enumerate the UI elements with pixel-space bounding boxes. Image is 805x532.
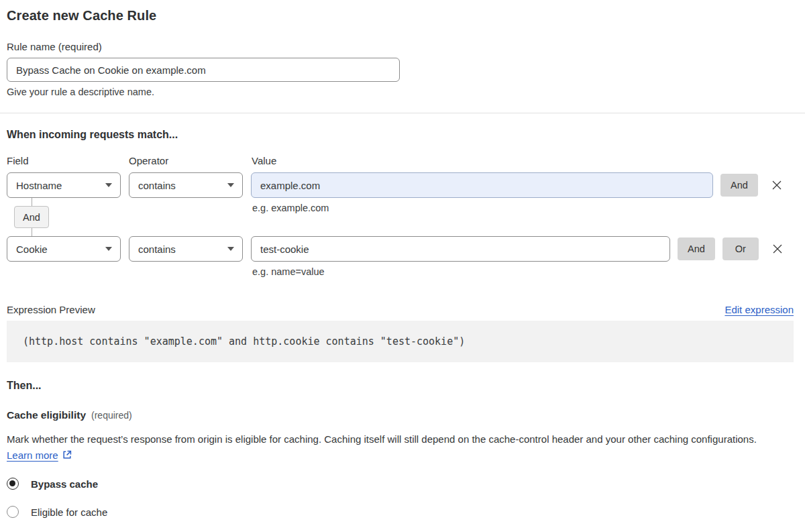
field-dropdown-value: Hostname [16, 180, 62, 191]
expression-code: (http.host contains "example.com" and ht… [23, 335, 465, 348]
match-row: Cookie contains e.g. name=value And Or [7, 236, 794, 262]
caret-down-icon [227, 247, 234, 251]
caret-down-icon [105, 183, 112, 187]
remove-row-button[interactable] [770, 178, 784, 192]
and-button[interactable]: And [678, 237, 715, 260]
connector-and-chip[interactable]: And [14, 206, 49, 228]
or-button[interactable]: Or [722, 237, 759, 260]
operator-column-label: Operator [129, 155, 252, 166]
rule-name-label: Rule name (required) [7, 41, 794, 52]
close-icon [771, 242, 784, 256]
operator-dropdown-value: contains [138, 244, 176, 255]
page-title: Create new Cache Rule [7, 8, 794, 23]
radio-unselected-icon[interactable] [7, 506, 19, 518]
match-columns-header: Field Operator Value [7, 155, 794, 166]
required-note: (required) [91, 410, 132, 421]
operator-dropdown[interactable]: contains [129, 172, 243, 198]
edit-expression-link[interactable]: Edit expression [724, 304, 794, 315]
connector-line [32, 198, 32, 206]
close-icon [770, 178, 784, 192]
value-input[interactable] [251, 236, 670, 262]
and-connector: And [14, 198, 49, 236]
bypass-cache-label: Bypass cache [31, 478, 98, 490]
operator-dropdown[interactable]: contains [129, 236, 243, 262]
and-button[interactable]: And [720, 174, 758, 197]
field-dropdown[interactable]: Cookie [7, 236, 121, 262]
expression-preview-label: Expression Preview [7, 304, 95, 315]
field-dropdown[interactable]: Hostname [7, 172, 121, 198]
caret-down-icon [105, 247, 112, 251]
field-dropdown-value: Cookie [16, 244, 48, 255]
external-link-icon [62, 449, 72, 460]
then-heading: Then... [7, 380, 794, 392]
field-column-label: Field [7, 155, 129, 166]
rule-name-input[interactable] [7, 58, 400, 82]
radio-selected-icon[interactable] [7, 478, 19, 490]
value-input[interactable] [251, 172, 713, 198]
value-helper: e.g. example.com [252, 203, 329, 213]
learn-more-link[interactable]: Learn more [7, 449, 58, 461]
expression-preview-box: (http.host contains "example.com" and ht… [7, 321, 794, 362]
match-heading: When incoming requests match... [7, 129, 794, 141]
eligible-for-cache-label: Eligible for cache [31, 507, 107, 518]
eligible-for-cache-option[interactable]: Eligible for cache [7, 506, 794, 518]
cache-eligibility-heading: Cache eligibility [7, 409, 86, 421]
connector-line [32, 228, 32, 236]
cache-eligibility-options: Bypass cache Eligible for cache [7, 478, 794, 518]
operator-dropdown-value: contains [138, 180, 176, 191]
bypass-cache-option[interactable]: Bypass cache [7, 478, 794, 490]
remove-row-button[interactable] [771, 242, 784, 256]
caret-down-icon [227, 183, 234, 187]
description-text: Mark whether the request’s response from… [7, 433, 757, 445]
match-row: Hostname contains e.g. example.com And [7, 172, 794, 198]
cache-eligibility-description: Mark whether the request’s response from… [7, 431, 785, 464]
value-helper: e.g. name=value [252, 266, 325, 277]
rule-name-helper: Give your rule a descriptive name. [7, 87, 794, 97]
value-column-label: Value [252, 155, 276, 166]
section-divider [0, 113, 805, 113]
